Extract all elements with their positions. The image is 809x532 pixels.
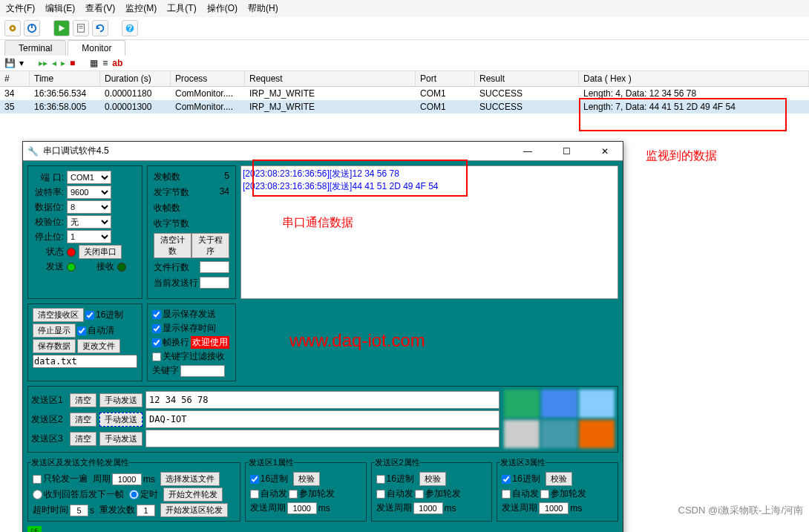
- send1-input[interactable]: [145, 391, 500, 409]
- ab-toggle[interactable]: ab: [112, 58, 122, 68]
- a2-period-input[interactable]: [413, 502, 443, 514]
- help-icon[interactable]: ?: [122, 20, 138, 36]
- menu-view[interactable]: 查看(V): [85, 2, 115, 15]
- timeout-input[interactable]: [70, 505, 88, 516]
- manual2-button[interactable]: 手动发送: [99, 413, 143, 427]
- baud-select[interactable]: 9600: [67, 185, 111, 199]
- filter-checkbox[interactable]: [152, 352, 161, 361]
- a3-auto-checkbox[interactable]: [502, 490, 511, 499]
- window-titlebar[interactable]: 🔧 串口调试软件4.5 — ☐ ✕: [23, 142, 623, 161]
- area2-group: 发送区2属性 16进制 校验 自动发参加轮发 发送周期ms: [371, 457, 493, 522]
- stop-icon[interactable]: ■: [70, 58, 75, 68]
- a2-auto-checkbox[interactable]: [376, 490, 385, 499]
- gear-icon[interactable]: [4, 20, 21, 36]
- maximize-button[interactable]: ☐: [553, 146, 580, 157]
- grid-icon[interactable]: ▦: [90, 58, 98, 68]
- show-time-checkbox[interactable]: [152, 324, 161, 333]
- col-result[interactable]: Result: [475, 71, 579, 86]
- send2-input[interactable]: [145, 410, 500, 428]
- refresh-icon[interactable]: [92, 20, 108, 36]
- tab-terminal[interactable]: Terminal: [4, 40, 66, 56]
- wrap-checkbox[interactable]: [152, 338, 161, 347]
- menu-help[interactable]: 帮助(H): [248, 2, 278, 15]
- a3-join-checkbox[interactable]: [540, 490, 549, 499]
- app-icon: 🔧: [27, 146, 39, 157]
- close-port-button[interactable]: 关闭串口: [79, 245, 122, 259]
- col-request[interactable]: Request: [245, 71, 416, 86]
- close-button[interactable]: ✕: [592, 146, 618, 157]
- power-icon[interactable]: [24, 20, 40, 36]
- clear3-button[interactable]: 清空: [70, 432, 96, 446]
- autoclear-checkbox[interactable]: [77, 326, 86, 335]
- list-icon[interactable]: ≡: [102, 58, 108, 68]
- parity-select[interactable]: 无: [67, 215, 111, 229]
- stop-show-button[interactable]: 停止显示: [33, 324, 76, 338]
- clear-count-button[interactable]: 清空计数: [154, 233, 191, 258]
- select-file-button[interactable]: 选择发送文件: [160, 472, 220, 486]
- menu-edit[interactable]: 编辑(E): [45, 2, 75, 15]
- a3-period-input[interactable]: [539, 502, 569, 514]
- menu-monitor[interactable]: 监控(M): [125, 2, 157, 15]
- a1-auto-checkbox[interactable]: [250, 490, 259, 499]
- start-file-button[interactable]: 开始文件轮发: [163, 487, 223, 502]
- send-led: [67, 263, 76, 272]
- area3-group: 发送区3属性 16进制 校验 自动发参加轮发 发送周期ms: [497, 457, 618, 522]
- keyword-field[interactable]: [180, 365, 225, 377]
- databit-select[interactable]: 8: [67, 200, 111, 214]
- show-send-checkbox[interactable]: [152, 310, 161, 319]
- col-data[interactable]: Data ( Hex ): [579, 71, 809, 86]
- col-time[interactable]: Time: [30, 71, 100, 86]
- timer-radio[interactable]: [129, 490, 139, 499]
- document-icon[interactable]: [73, 20, 89, 36]
- send3-input[interactable]: [145, 430, 500, 447]
- clear-recv-button[interactable]: 清空接收区: [33, 308, 84, 322]
- play-icon[interactable]: [53, 20, 70, 36]
- a1-hex-checkbox[interactable]: [250, 475, 259, 484]
- once-checkbox[interactable]: [33, 475, 42, 484]
- a3-verify-button[interactable]: 校验: [546, 472, 572, 486]
- col-hash[interactable]: #: [0, 71, 30, 86]
- a2-hex-checkbox[interactable]: [376, 475, 385, 484]
- clear1-button[interactable]: 清空: [70, 393, 96, 407]
- port-select[interactable]: COM1: [67, 171, 111, 184]
- a2-verify-button[interactable]: 校验: [419, 472, 446, 486]
- filename-field[interactable]: [33, 355, 137, 368]
- annotation-box-log: [252, 160, 468, 197]
- hex-checkbox[interactable]: [85, 311, 94, 320]
- cur-line-field[interactable]: [200, 277, 229, 289]
- change-file-button[interactable]: 更改文件: [77, 339, 120, 353]
- stopbit-select[interactable]: 1: [67, 230, 111, 243]
- bottom-panel: 发送区及发送文件轮发属性 只轮发一遍 周期ms 选择发送文件 收到回答后发下一帧…: [27, 457, 618, 522]
- col-process[interactable]: Process: [171, 71, 245, 86]
- minimize-button[interactable]: —: [514, 146, 541, 157]
- a2-join-checkbox[interactable]: [415, 490, 424, 499]
- about-button[interactable]: 关于程序: [191, 233, 229, 258]
- dropdown-icon[interactable]: ▾: [19, 58, 24, 68]
- stats-panel: 发帧数5 发字节数34 收帧数 收字节数 清空计数关于程序 文件行数 当前发送行: [147, 165, 236, 299]
- menu-operate[interactable]: 操作(O): [207, 2, 238, 15]
- a3-hex-checkbox[interactable]: [502, 475, 511, 484]
- menu-tools[interactable]: 工具(T): [167, 2, 196, 15]
- save-icon[interactable]: 💾: [4, 58, 15, 68]
- a1-verify-button[interactable]: 校验: [293, 472, 320, 486]
- manual3-button[interactable]: 手动发送: [99, 432, 143, 446]
- col-duration[interactable]: Duration (s): [100, 71, 171, 86]
- manual1-button[interactable]: 手动发送: [99, 393, 143, 407]
- file-lines-field[interactable]: [200, 261, 229, 273]
- col-port[interactable]: Port: [416, 71, 475, 86]
- a1-join-checkbox[interactable]: [289, 490, 298, 499]
- next-icon[interactable]: ▸: [61, 58, 65, 68]
- record-icon[interactable]: ▸▸: [39, 58, 48, 68]
- clear2-button[interactable]: 清空: [70, 413, 96, 427]
- retry-input[interactable]: [137, 505, 155, 516]
- period-input[interactable]: [112, 473, 142, 485]
- save-data-button[interactable]: 保存数据: [33, 339, 76, 353]
- svg-point-1: [11, 27, 14, 30]
- a1-period-input[interactable]: [287, 502, 317, 514]
- after-reply-radio[interactable]: [33, 490, 42, 499]
- menu-file[interactable]: 文件(F): [6, 2, 35, 15]
- table-header: # Time Duration (s) Process Request Port…: [0, 71, 809, 87]
- tab-monitor[interactable]: Monitor: [68, 40, 125, 56]
- prev-icon[interactable]: ◂: [52, 58, 56, 68]
- start-area-button[interactable]: 开始发送区轮发: [160, 503, 228, 517]
